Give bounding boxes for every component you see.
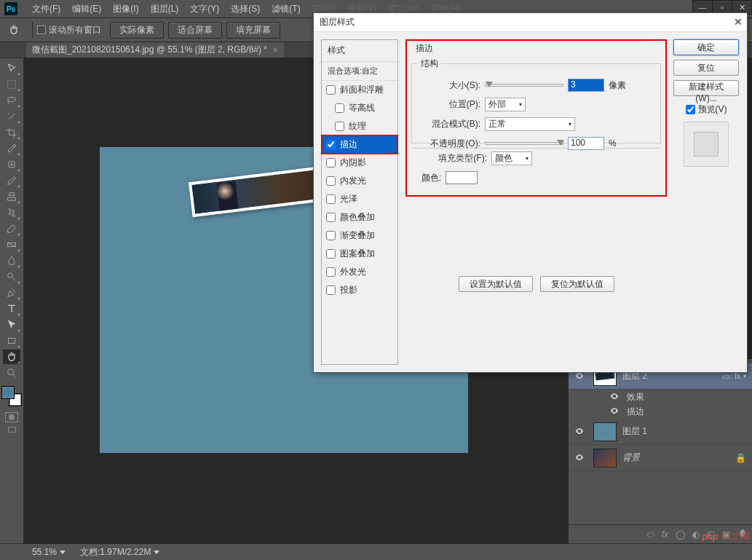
- layer-name[interactable]: 背景: [622, 451, 735, 464]
- style-contour-checkbox[interactable]: [335, 103, 344, 113]
- dialog-title-bar[interactable]: 图层样式 ✕: [314, 13, 747, 32]
- blending-options-item[interactable]: 混合选项:自定: [322, 62, 397, 81]
- menu-select[interactable]: 选择(S): [225, 0, 266, 17]
- style-outer-glow-checkbox[interactable]: [326, 267, 336, 277]
- history-brush-tool[interactable]: [3, 205, 20, 220]
- cancel-button[interactable]: 复位: [673, 60, 739, 76]
- style-bevel[interactable]: 斜面和浮雕: [322, 81, 397, 99]
- zoom-tool[interactable]: [3, 366, 20, 380]
- doc-info[interactable]: 文档:1.97M/2.22M: [80, 546, 151, 559]
- pen-tool[interactable]: [3, 285, 20, 300]
- scroll-all-checkbox[interactable]: [37, 25, 46, 34]
- rectangle-tool[interactable]: [3, 334, 20, 348]
- hand-tool[interactable]: [3, 350, 20, 364]
- adjustment-layer-icon[interactable]: ◐: [692, 529, 700, 540]
- doc-info-dropdown-icon[interactable]: [154, 551, 159, 554]
- style-contour[interactable]: 等高线: [322, 99, 397, 117]
- menu-filter[interactable]: 滤镜(T): [266, 0, 306, 17]
- style-inner-glow[interactable]: 内发光: [322, 172, 397, 190]
- style-pattern-overlay-checkbox[interactable]: [326, 249, 336, 259]
- layer-thumbnail[interactable]: [593, 449, 617, 468]
- link-layers-icon[interactable]: ⬭: [647, 529, 654, 540]
- eraser-tool[interactable]: [3, 221, 20, 236]
- clone-stamp-tool[interactable]: [3, 189, 20, 204]
- quick-mask-toggle[interactable]: [5, 412, 18, 422]
- style-stroke-checkbox[interactable]: [326, 140, 336, 149]
- menu-image[interactable]: 图像(I): [107, 0, 144, 17]
- style-gradient-overlay[interactable]: 渐变叠加: [322, 226, 397, 245]
- style-pattern-overlay[interactable]: 图案叠加: [322, 245, 397, 263]
- layer-mask-icon[interactable]: ◯: [676, 529, 685, 540]
- hand-tool-icon[interactable]: [6, 22, 22, 38]
- style-color-overlay[interactable]: 颜色叠加: [322, 208, 397, 226]
- lasso-tool[interactable]: [3, 93, 20, 108]
- make-default-button[interactable]: 设置为默认值: [459, 276, 533, 292]
- visibility-icon[interactable]: [609, 391, 621, 403]
- reset-default-button[interactable]: 复位为默认值: [540, 276, 614, 292]
- layer-row-background[interactable]: 背景 🔒: [569, 445, 752, 471]
- layer-effect-stroke-row[interactable]: 描边: [569, 404, 752, 419]
- blur-tool[interactable]: [3, 253, 20, 268]
- move-tool[interactable]: [3, 61, 20, 76]
- layer-fx-icon[interactable]: fx: [662, 529, 668, 540]
- style-satin[interactable]: 光泽: [322, 190, 397, 208]
- fit-screen-button[interactable]: 适合屏幕: [168, 22, 222, 39]
- color-swatches[interactable]: [1, 386, 22, 406]
- crop-tool[interactable]: [3, 125, 20, 140]
- position-dropdown[interactable]: 外部▾: [485, 98, 526, 111]
- style-bevel-checkbox[interactable]: [326, 85, 336, 95]
- style-satin-checkbox[interactable]: [326, 194, 336, 204]
- eyedropper-tool[interactable]: [3, 141, 20, 156]
- styles-header[interactable]: 样式: [322, 40, 397, 62]
- layer-row-layer1[interactable]: 图层 1: [569, 419, 752, 445]
- layer-thumbnail[interactable]: [593, 422, 617, 441]
- blend-mode-dropdown[interactable]: 正常▾: [485, 117, 575, 131]
- gradient-tool[interactable]: [3, 237, 20, 252]
- style-inner-shadow[interactable]: 内阴影: [322, 154, 397, 172]
- document-tab[interactable]: 微信截图_20210820150614.jpg @ 55.1% (图层 2, R…: [26, 42, 284, 58]
- ok-button[interactable]: 确定: [673, 39, 739, 55]
- style-drop-shadow-checkbox[interactable]: [326, 285, 336, 295]
- actual-pixels-button[interactable]: 实际像素: [110, 22, 164, 39]
- fx-dropdown-icon[interactable]: ▾: [743, 373, 746, 379]
- opacity-slider[interactable]: [485, 142, 563, 145]
- preview-checkbox[interactable]: [686, 105, 695, 114]
- document-tab-close-icon[interactable]: ×: [273, 45, 278, 55]
- style-texture-checkbox[interactable]: [335, 122, 344, 131]
- new-style-button[interactable]: 新建样式(W)...: [673, 80, 739, 96]
- style-gradient-overlay-checkbox[interactable]: [326, 231, 336, 240]
- style-drop-shadow[interactable]: 投影: [322, 281, 397, 299]
- visibility-icon[interactable]: [574, 452, 586, 464]
- fill-screen-button[interactable]: 填充屏幕: [226, 22, 280, 39]
- style-color-overlay-checkbox[interactable]: [326, 213, 336, 222]
- size-slider[interactable]: [485, 84, 563, 87]
- fx-badge[interactable]: fx: [735, 372, 740, 380]
- menu-layer[interactable]: 图层(L): [145, 0, 185, 17]
- healing-brush-tool[interactable]: [3, 157, 20, 172]
- style-inner-shadow-checkbox[interactable]: [326, 158, 336, 167]
- fill-type-dropdown[interactable]: 颜色▾: [491, 151, 532, 165]
- menu-file[interactable]: 文件(F): [26, 0, 66, 17]
- marquee-tool[interactable]: [3, 77, 20, 92]
- visibility-icon[interactable]: [609, 406, 621, 417]
- zoom-dropdown-icon[interactable]: [60, 551, 66, 554]
- opacity-input[interactable]: 100: [568, 137, 604, 150]
- style-outer-glow[interactable]: 外发光: [322, 263, 397, 281]
- menu-type[interactable]: 文字(Y): [184, 0, 225, 17]
- dodge-tool[interactable]: [3, 269, 20, 284]
- zoom-level[interactable]: 55.1%: [32, 547, 57, 557]
- layer-effects-row[interactable]: 效果: [569, 390, 752, 404]
- visibility-icon[interactable]: [574, 426, 586, 438]
- layer-name[interactable]: 图层 1: [622, 425, 746, 438]
- menu-edit[interactable]: 编辑(E): [66, 0, 107, 17]
- style-stroke[interactable]: 描边: [322, 135, 397, 154]
- path-selection-tool[interactable]: [3, 318, 20, 332]
- style-inner-glow-checkbox[interactable]: [326, 176, 336, 186]
- brush-tool[interactable]: [3, 173, 20, 188]
- stroke-color-swatch[interactable]: [446, 171, 478, 184]
- magic-wand-tool[interactable]: [3, 109, 20, 124]
- style-texture[interactable]: 纹理: [322, 117, 397, 135]
- foreground-color-swatch[interactable]: [1, 386, 15, 399]
- dialog-close-icon[interactable]: ✕: [734, 16, 743, 28]
- size-input[interactable]: 3: [568, 79, 604, 92]
